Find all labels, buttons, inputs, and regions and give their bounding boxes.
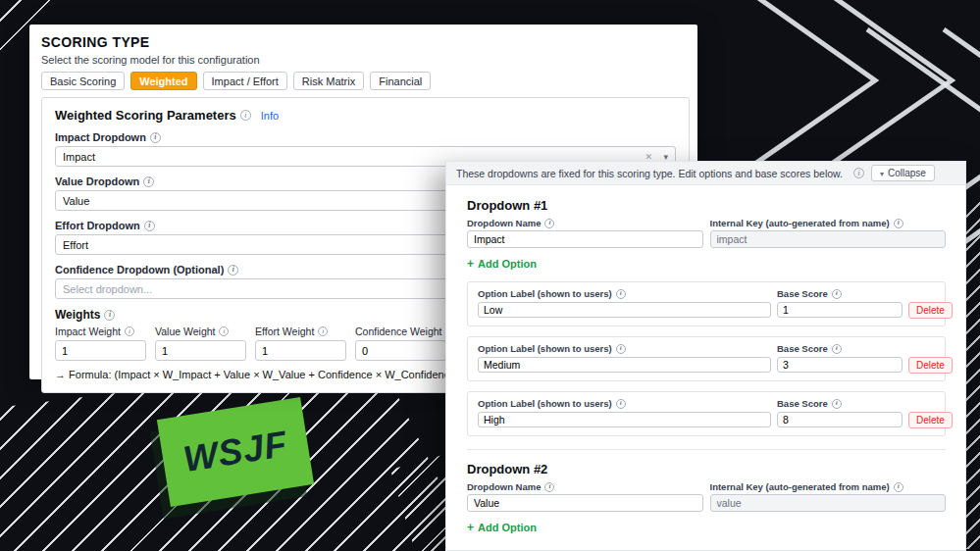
value-dropdown-label-text: Value Dropdown	[55, 175, 139, 187]
info-icon[interactable]	[125, 326, 134, 336]
page-title: SCORING TYPE	[41, 34, 690, 50]
confidence-weight-input[interactable]	[355, 340, 446, 361]
chevron-down-icon	[880, 168, 884, 178]
base-score-caption: Base Score	[777, 288, 903, 299]
option-label-input[interactable]	[478, 412, 771, 427]
dropdown-name-label: Dropdown Name	[467, 218, 703, 228]
section-header: Weighted Scoring Parameters Info	[55, 108, 676, 123]
info-icon[interactable]	[894, 482, 903, 492]
info-icon[interactable]	[894, 219, 903, 228]
notice-bar: These dropdowns are fixed for this scori…	[446, 162, 965, 185]
dropdown-editor-panel: These dropdowns are fixed for this scori…	[445, 161, 966, 551]
impact-dropdown-label: Impact Dropdown	[55, 131, 676, 143]
base-score-caption: Base Score	[777, 398, 903, 409]
info-icon[interactable]	[104, 310, 115, 321]
clear-icon[interactable]	[645, 152, 652, 162]
effort-dropdown-label-text: Effort Dropdown	[55, 220, 140, 231]
info-icon[interactable]	[318, 326, 328, 336]
info-link[interactable]: Info	[261, 110, 279, 122]
dropdown-1-key-input	[710, 230, 947, 248]
editor-body: Dropdown #1 Dropdown Name Internal Key (…	[446, 185, 965, 535]
dropdown-2-heading: Dropdown #2	[467, 462, 946, 476]
effort-weight-input[interactable]	[255, 340, 346, 361]
info-icon[interactable]	[150, 132, 161, 143]
info-icon[interactable]	[832, 289, 842, 299]
section-title: Weighted Scoring Parameters	[55, 108, 236, 123]
confidence-weight-label: Confidence Weight	[355, 326, 446, 337]
base-score-caption: Base Score	[777, 343, 903, 354]
option-row: Option Label (shown to users) Base Score…	[467, 391, 946, 436]
dropdown-2-name-input[interactable]	[467, 494, 703, 512]
dropdown-2-key-input	[710, 494, 947, 512]
tab-basic-scoring[interactable]: Basic Scoring	[41, 72, 125, 90]
dropdown-1-field-labels: Dropdown Name Internal Key (auto-generat…	[467, 218, 946, 228]
value-weight-label: Value Weight	[155, 326, 246, 337]
plus-icon	[467, 521, 474, 534]
background-stripes-rightedge	[964, 201, 980, 549]
base-score-input[interactable]	[777, 302, 903, 318]
base-score-input[interactable]	[777, 357, 903, 373]
option-label-caption: Option Label (shown to users)	[478, 343, 771, 354]
dropdown-2-field-inputs	[467, 494, 946, 512]
option-label-caption: Option Label (shown to users)	[478, 288, 771, 299]
impact-weight-label: Impact Weight	[55, 326, 146, 337]
weights-heading-text: Weights	[55, 308, 100, 322]
info-icon[interactable]	[219, 326, 229, 336]
dropdown-1-name-input[interactable]	[467, 230, 703, 248]
option-row: Option Label (shown to users) Base Score…	[467, 336, 946, 381]
dropdown-name-label: Dropdown Name	[467, 481, 703, 492]
add-option-button[interactable]: Add Option	[467, 257, 537, 271]
collapse-label: Collapse	[888, 168, 926, 178]
dropdown-2-field-labels: Dropdown Name Internal Key (auto-generat…	[467, 481, 946, 492]
tab-impact-effort[interactable]: Impact / Effort	[203, 72, 287, 90]
delete-option-button[interactable]: Delete	[908, 412, 953, 428]
internal-key-label: Internal Key (auto-generated from name)	[710, 218, 947, 228]
info-icon[interactable]	[832, 399, 842, 409]
dropdown-1-heading: Dropdown #1	[467, 198, 946, 213]
info-icon[interactable]	[616, 399, 626, 409]
option-row: Option Label (shown to users) Base Score…	[467, 281, 946, 326]
base-score-input[interactable]	[777, 412, 903, 427]
collapse-button[interactable]: Collapse	[871, 165, 935, 181]
value-weight-input[interactable]	[155, 340, 246, 361]
info-icon[interactable]	[228, 265, 238, 276]
delete-option-button[interactable]: Delete	[908, 302, 953, 319]
delete-option-button[interactable]: Delete	[908, 357, 953, 374]
info-icon[interactable]	[240, 110, 251, 121]
info-icon[interactable]	[544, 219, 554, 228]
info-icon[interactable]	[616, 289, 626, 299]
page-subtitle: Select the scoring model for this config…	[41, 54, 690, 66]
info-icon[interactable]	[832, 344, 842, 354]
option-label-caption: Option Label (shown to users)	[478, 398, 771, 409]
info-icon[interactable]	[616, 344, 626, 354]
info-icon[interactable]	[143, 176, 154, 187]
option-label-input[interactable]	[478, 357, 771, 373]
tab-weighted[interactable]: Weighted	[130, 72, 196, 90]
info-icon[interactable]	[544, 482, 554, 492]
info-icon[interactable]	[144, 221, 155, 231]
impact-weight-input[interactable]	[55, 340, 146, 361]
chevron-down-icon[interactable]	[663, 152, 668, 162]
section-divider	[467, 449, 946, 450]
dropdown-1-field-inputs	[467, 230, 946, 248]
notice-text: These dropdowns are fixed for this scori…	[456, 168, 843, 179]
plus-icon	[467, 257, 474, 271]
internal-key-label: Internal Key (auto-generated from name)	[710, 481, 947, 492]
scoring-model-tabs: Basic Scoring Weighted Impact / Effort R…	[41, 72, 690, 90]
tab-risk-matrix[interactable]: Risk Matrix	[293, 72, 364, 90]
option-label-input[interactable]	[478, 302, 771, 318]
tab-financial[interactable]: Financial	[370, 72, 431, 90]
info-icon[interactable]	[853, 168, 864, 178]
add-option-button[interactable]: Add Option	[467, 521, 537, 534]
effort-weight-label: Effort Weight	[255, 326, 346, 337]
impact-dropdown-label-text: Impact Dropdown	[55, 131, 146, 143]
confidence-dropdown-label-text: Confidence Dropdown (Optional)	[55, 264, 224, 276]
